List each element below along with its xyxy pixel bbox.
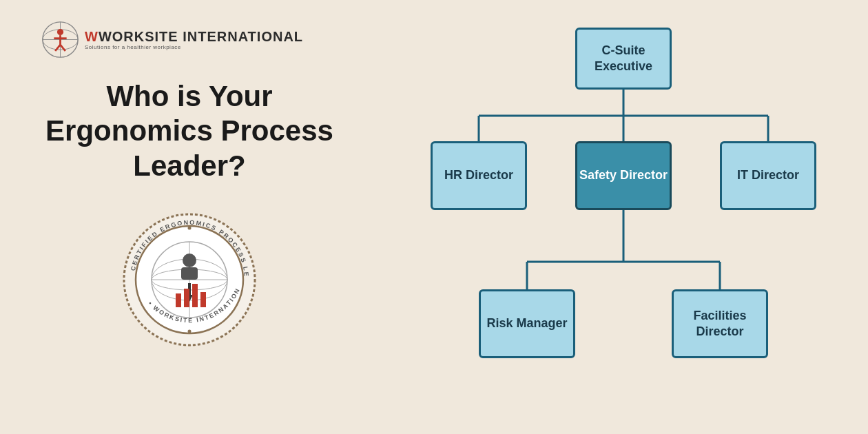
- svg-point-26: [188, 227, 192, 230]
- svg-line-7: [55, 45, 60, 51]
- logo-area: WWORKSITE INTERNATIONAL Solutions for a …: [41, 21, 303, 59]
- svg-point-27: [188, 330, 192, 333]
- org-box-risk: Risk Manager: [479, 289, 575, 358]
- headline: Who is Your Ergonomics Process Leader?: [21, 79, 358, 183]
- org-box-safety: Safety Director: [575, 141, 672, 210]
- svg-rect-21: [184, 289, 189, 307]
- svg-rect-20: [176, 293, 181, 307]
- svg-line-8: [61, 45, 65, 51]
- logo-icon: [41, 21, 79, 59]
- badge-seal: CERTIFIED ERGONOMICS PROCESS LEADER • WO…: [121, 211, 258, 349]
- svg-rect-17: [181, 267, 198, 280]
- svg-point-4: [57, 29, 63, 35]
- org-chart: C-Suite Executive HR Director Safety Dir…: [389, 14, 858, 420]
- logo-subtitle: Solutions for a healthier workplace: [85, 44, 303, 50]
- logo-text-area: WWORKSITE INTERNATIONAL Solutions for a …: [85, 29, 303, 50]
- logo-w: W: [85, 29, 99, 44]
- logo-title: WWORKSITE INTERNATIONAL: [85, 29, 303, 44]
- org-box-executive: C-Suite Executive: [575, 28, 672, 90]
- org-box-facilities: Facilities Director: [672, 289, 768, 358]
- svg-rect-23: [200, 292, 206, 307]
- org-box-hr: HR Director: [431, 141, 527, 210]
- left-panel: WWORKSITE INTERNATIONAL Solutions for a …: [0, 0, 379, 434]
- right-panel: C-Suite Executive HR Director Safety Dir…: [379, 0, 868, 434]
- svg-rect-22: [192, 284, 198, 307]
- org-box-it: IT Director: [720, 141, 816, 210]
- svg-point-16: [183, 254, 196, 267]
